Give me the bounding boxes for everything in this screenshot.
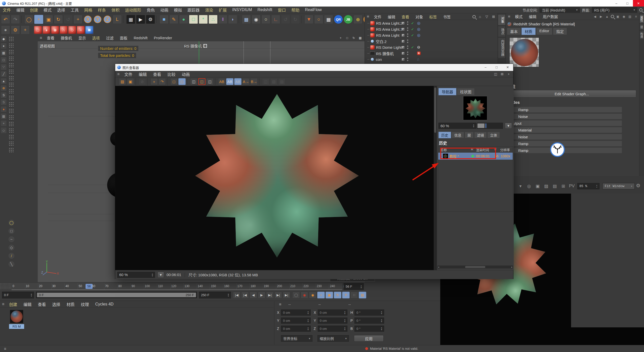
frame-anim-icon[interactable]: ◫ — [206, 78, 214, 85]
layer-chip[interactable] — [401, 46, 405, 49]
rs-spotlight-icon[interactable]: ♦ — [43, 26, 51, 34]
add-cube-icon[interactable]: ■ — [159, 15, 169, 24]
region-icon[interactable]: ◎ — [525, 183, 533, 190]
menu-item-纹理[interactable]: 纹理 — [78, 301, 92, 307]
material-name[interactable]: RS M — [9, 324, 24, 329]
pv-tab-信息[interactable]: 信息 — [452, 132, 464, 138]
snap-slot-icon[interactable] — [8, 147, 14, 153]
image-icon[interactable]: ▣ — [534, 183, 541, 190]
side-tab-对象[interactable]: 对象 — [498, 14, 506, 25]
camera-add-icon[interactable]: ◉ — [252, 15, 261, 24]
set-b-icon[interactable]: B→ — [250, 78, 258, 85]
extrude-icon[interactable]: □ — [189, 15, 198, 24]
coord-field-P-2[interactable]: 0 °▴▾ — [354, 318, 384, 324]
set-a-icon[interactable]: A→ — [242, 78, 250, 85]
frame-a-icon[interactable]: ◫ — [190, 78, 197, 85]
reset-channel-icon[interactable]: ↷ — [158, 78, 166, 85]
menu-item-模式[interactable]: 模式 — [512, 14, 525, 19]
copy-image-icon[interactable]: ◻ — [170, 78, 178, 85]
side-tab-内容浏览器[interactable]: 内容浏览器 — [498, 37, 506, 58]
pv-menu-icon[interactable]: ≡ — [115, 72, 122, 76]
pv-vertical-scrollbar[interactable] — [434, 86, 437, 270]
picture-viewer-canvas[interactable] — [115, 86, 434, 270]
xp-cube-icon[interactable]: ■ — [85, 26, 93, 34]
jb-icon[interactable]: JB — [344, 15, 353, 24]
menu-item-角色[interactable]: 角色 — [144, 7, 157, 13]
shader-node-Ramp[interactable]: Ramp — [506, 107, 622, 113]
render-settings-icon[interactable]: ⚙ — [146, 15, 155, 24]
picture-viewer-titlebar[interactable]: 图片查看器 – □ ✕ — [115, 64, 513, 71]
visibility-dots[interactable] — [407, 21, 408, 25]
rotate-view-icon[interactable]: ↻ — [351, 35, 356, 40]
pan-view-icon[interactable]: + — [338, 35, 343, 40]
visibility-dots[interactable] — [407, 52, 408, 55]
xp-grid-icon[interactable]: ▦ — [324, 15, 333, 24]
model-sphere-icon[interactable]: ● — [1, 25, 10, 34]
history-forward-icon[interactable]: ▶ — [599, 14, 603, 19]
last-tool-icon[interactable]: + — [73, 15, 83, 24]
search-icon[interactable] — [472, 15, 476, 18]
pv-horizontal-scrollbar[interactable]: ◂▸ — [437, 266, 513, 269]
menu-item-跟踪器[interactable]: 跟踪器 — [185, 7, 202, 13]
snap-slot-icon[interactable] — [8, 49, 14, 55]
menu-item-选择[interactable]: 选择 — [54, 7, 68, 13]
menu-item-窗口[interactable]: 窗口 — [275, 7, 289, 13]
parent-up-icon[interactable]: ▲ — [605, 14, 609, 19]
compass-icon[interactable]: ⊕ — [353, 15, 363, 24]
open-image-icon[interactable]: ▨ — [119, 78, 126, 85]
snap-slot-icon[interactable] — [8, 88, 14, 94]
key-pla-icon[interactable]: ∷ — [350, 292, 358, 298]
z-axis-lock-icon[interactable]: Z — [104, 16, 111, 23]
coord-field-H-2[interactable]: 0 °▴▾ — [354, 310, 384, 316]
play-icon[interactable]: ▶ — [258, 292, 265, 298]
snap-slot-icon[interactable] — [8, 55, 14, 61]
current-frame-field[interactable]: 56 F▴▾ — [344, 283, 364, 290]
apply-button[interactable]: 应用 — [354, 335, 384, 342]
snap-slot-icon[interactable] — [8, 114, 14, 120]
menu-item-选择[interactable]: 选择 — [49, 301, 63, 307]
coord-menu-icon[interactable]: ≡ — [277, 302, 283, 307]
close-button[interactable]: ✕ — [633, 0, 644, 7]
menu-item-文件[interactable]: 文件 — [0, 7, 14, 13]
lasso-selection-icon[interactable]: ~ — [8, 236, 15, 243]
target-tag-icon[interactable]: ◎ — [417, 33, 420, 37]
menu-item-动画[interactable]: 动画 — [179, 71, 192, 77]
attr-tab-材质[interactable]: 材质 — [521, 28, 536, 35]
visibility-dots[interactable] — [407, 27, 408, 31]
add-aov-icon[interactable]: ⊞ — [559, 183, 567, 190]
panel-icon[interactable]: ▤ — [628, 14, 632, 19]
menu-item-Cycles 4D[interactable]: Cycles 4D — [92, 302, 116, 306]
shader-node-Output[interactable]: Output — [506, 120, 622, 126]
timeline-grip[interactable] — [0, 283, 11, 290]
history-col-分辨率[interactable]: 分辨率 — [500, 147, 510, 152]
navigator-zoom-field[interactable]: 60 %▴▾ — [438, 123, 476, 129]
menu-item-RealFlow[interactable]: RealFlow — [302, 8, 325, 12]
range-end-field[interactable]: 250 F▴▾ — [199, 292, 231, 298]
target-tag-icon[interactable]: ◎ — [417, 21, 420, 25]
ab-horizontal-icon[interactable]: AB — [226, 78, 233, 85]
brush-icon[interactable]: / — [8, 252, 15, 259]
menu-item-Redshift[interactable]: Redshift — [255, 8, 275, 12]
menu-item-工具[interactable]: 工具 — [68, 7, 82, 13]
frame-b-icon[interactable]: ◫ — [198, 78, 206, 85]
xp-download-icon[interactable]: ▼ — [304, 15, 313, 24]
side-tab-属性[interactable]: 属性 — [639, 14, 644, 23]
menu-item-材质[interactable]: 材质 — [64, 301, 77, 307]
menu-item-编辑[interactable]: 编辑 — [14, 7, 27, 13]
next-frame-icon[interactable]: ▶| — [266, 292, 274, 298]
menu-item-编辑[interactable]: 编辑 — [385, 14, 398, 19]
shader-node-Noise[interactable]: Noise — [506, 134, 622, 140]
light-add-icon[interactable]: ○ — [261, 15, 270, 24]
goto-start-icon[interactable]: |◀ — [233, 292, 240, 298]
goto-end-icon[interactable]: ▶| — [283, 292, 290, 298]
coord-field-X-1[interactable]: 0 cm▴▾ — [318, 310, 347, 316]
navigator-zoom-menu-button[interactable]: ▾ — [505, 123, 512, 129]
menu-item-过滤[interactable]: 过滤 — [103, 35, 116, 40]
rotate-tool-icon[interactable]: ↻ — [54, 15, 63, 24]
render-zoom-field[interactable]: 85 %▴▾ — [577, 183, 599, 189]
render-settings-gear-icon[interactable]: ⚙ — [636, 183, 640, 189]
pv-maximize-button[interactable]: □ — [491, 64, 502, 70]
menu-item-标签[interactable]: 标签 — [426, 14, 439, 19]
ab-link-icon[interactable]: ▧ — [270, 78, 277, 85]
key-rotation-icon[interactable]: ↻ — [334, 292, 341, 298]
